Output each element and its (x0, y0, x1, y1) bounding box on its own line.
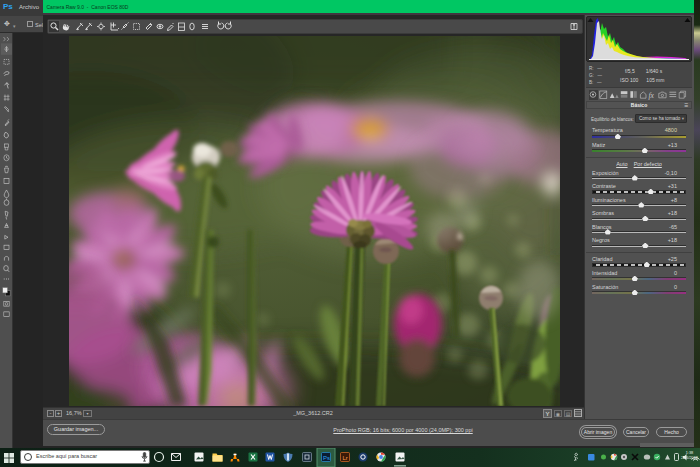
svg-text:Lr: Lr (343, 455, 348, 461)
svg-text:fx: fx (649, 91, 655, 100)
svg-text:Ps: Ps (323, 455, 330, 461)
